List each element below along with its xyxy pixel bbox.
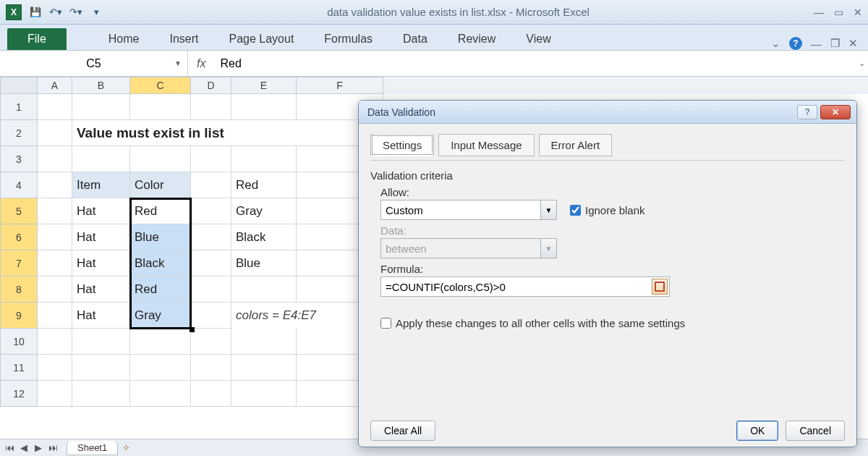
col-header-e[interactable]: E [231, 77, 297, 94]
row-header[interactable]: 3 [0, 146, 38, 172]
data-validation-dialog: Data Validation ? ✕ Settings Input Messa… [358, 100, 857, 447]
checkbox-input[interactable] [380, 318, 391, 329]
tab-insert[interactable]: Insert [166, 28, 201, 50]
col-header-b[interactable]: B [72, 77, 130, 94]
file-tab[interactable]: File [7, 28, 67, 50]
new-sheet-icon[interactable]: ✧ [122, 442, 130, 453]
row-header[interactable]: 9 [0, 303, 38, 329]
tab-view[interactable]: View [523, 28, 553, 50]
excel-logo-icon: X [6, 4, 22, 20]
window-minimize-icon[interactable]: ― [811, 38, 822, 50]
window-close-icon[interactable]: ✕ [848, 37, 858, 50]
formula-label: Formula: [380, 263, 845, 275]
sheet-nav-first-icon[interactable]: ⏮ [3, 442, 16, 453]
redo-icon[interactable]: ↷▾ [69, 6, 82, 19]
close-icon[interactable]: ✕ [854, 7, 862, 18]
list-item: Gray [231, 198, 297, 224]
sheet-nav-prev-icon[interactable]: ◀ [17, 442, 30, 453]
title-bar: X 💾 ↶▾ ↷▾ ▾ data validation value exists… [0, 0, 868, 25]
row-header[interactable]: 2 [0, 120, 38, 146]
formula-bar: C5 fx Red ⌄ [0, 51, 868, 77]
cancel-button[interactable]: Cancel [786, 421, 845, 441]
dialog-title: Data Validation [365, 106, 797, 118]
window-restore-icon[interactable]: ❐ [830, 37, 840, 50]
clear-all-button[interactable]: Clear All [370, 421, 435, 441]
dialog-close-icon[interactable]: ✕ [820, 105, 851, 119]
dialog-titlebar: Data Validation ? ✕ [359, 101, 856, 124]
dialog-tab-error-alert[interactable]: Error Alert [539, 134, 613, 156]
row-header[interactable]: 7 [0, 250, 38, 276]
row-header[interactable]: 11 [0, 355, 38, 381]
tab-review[interactable]: Review [455, 28, 498, 50]
table-cell: Hat [72, 224, 130, 250]
col-header-a[interactable]: A [38, 77, 72, 94]
save-icon[interactable]: 💾 [29, 6, 42, 19]
table-cell: Red [130, 276, 191, 303]
row-header[interactable]: 12 [0, 381, 38, 407]
list-item: Blue [231, 250, 297, 276]
table-cell: Hat [72, 276, 130, 303]
col-header-c[interactable]: C [130, 77, 191, 94]
validation-criteria-label: Validation criteria [370, 169, 845, 182]
fx-label[interactable]: fx [188, 57, 214, 70]
table-cell: Gray [130, 303, 191, 329]
row-header[interactable]: 4 [0, 172, 38, 198]
formula-input[interactable]: =COUNTIF(colors,C5)>0 [380, 276, 670, 297]
col-header-f[interactable]: F [297, 77, 383, 94]
tab-data[interactable]: Data [400, 28, 430, 50]
table-cell: Hat [72, 198, 130, 224]
tab-formulas[interactable]: Formulas [321, 28, 375, 50]
table-cell: Hat [72, 250, 130, 276]
row-header[interactable]: 5 [0, 198, 38, 224]
range-selector-icon[interactable] [652, 279, 668, 295]
list-item: Red [231, 172, 297, 198]
formula-expand-icon[interactable]: ⌄ [858, 59, 868, 68]
list-item: Black [231, 224, 297, 250]
checkbox-input[interactable] [570, 205, 581, 216]
sheet-tab[interactable]: Sheet1 [67, 441, 118, 455]
data-label: Data: [380, 224, 845, 237]
apply-all-checkbox[interactable]: Apply these changes to all other cells w… [380, 317, 845, 329]
dialog-help-icon[interactable]: ? [797, 105, 817, 119]
allow-label: Allow: [380, 186, 845, 198]
column-headers: A B C D E F [0, 77, 868, 94]
sheet-nav-last-icon[interactable]: ⏭ [46, 442, 59, 453]
row-header[interactable]: 8 [0, 276, 38, 303]
chevron-down-icon: ▼ [540, 239, 556, 258]
dialog-tab-input-message[interactable]: Input Message [438, 134, 534, 156]
tab-page-layout[interactable]: Page Layout [226, 28, 297, 50]
table-header: Item [72, 172, 130, 198]
table-cell: Hat [72, 303, 130, 329]
qat-customize-icon[interactable]: ▾ [90, 6, 103, 19]
dialog-tabs: Settings Input Message Error Alert [370, 134, 845, 156]
help-icon[interactable]: ? [789, 37, 802, 50]
row-header[interactable]: 1 [0, 94, 38, 120]
row-header[interactable]: 10 [0, 329, 38, 355]
ignore-blank-checkbox[interactable]: Ignore blank [570, 204, 645, 216]
row-header[interactable]: 6 [0, 224, 38, 250]
data-dropdown: between ▼ [380, 238, 557, 258]
table-header: Color [130, 172, 191, 198]
table-cell: Blue [130, 224, 191, 250]
undo-icon[interactable]: ↶▾ [49, 6, 62, 19]
table-cell: Black [130, 250, 191, 276]
minimize-icon[interactable]: ― [814, 7, 824, 18]
ribbon-minimize-icon[interactable]: ⌄ [771, 37, 780, 50]
document-title: data validation value exists in list.xls… [103, 6, 814, 18]
table-cell: Red [130, 198, 191, 224]
maximize-icon[interactable]: ▭ [834, 7, 843, 18]
chevron-down-icon[interactable]: ▼ [540, 200, 556, 219]
col-header-d[interactable]: D [191, 77, 231, 94]
allow-dropdown[interactable]: Custom ▼ [380, 200, 557, 220]
select-all-corner[interactable] [0, 77, 38, 94]
name-box[interactable]: C5 [0, 51, 188, 76]
sheet-nav-next-icon[interactable]: ▶ [32, 442, 45, 453]
quick-access-toolbar: 💾 ↶▾ ↷▾ ▾ [29, 6, 103, 19]
ok-button[interactable]: OK [736, 421, 778, 441]
formula-value[interactable]: Red [214, 57, 858, 70]
row-headers: 1 2 3 4 5 6 7 8 9 10 11 12 [0, 94, 38, 407]
tab-home[interactable]: Home [106, 28, 142, 50]
dialog-tab-settings[interactable]: Settings [370, 134, 434, 156]
sheet-heading: Value must exist in list [72, 120, 362, 146]
ribbon-tabs: File Home Insert Page Layout Formulas Da… [0, 25, 868, 51]
